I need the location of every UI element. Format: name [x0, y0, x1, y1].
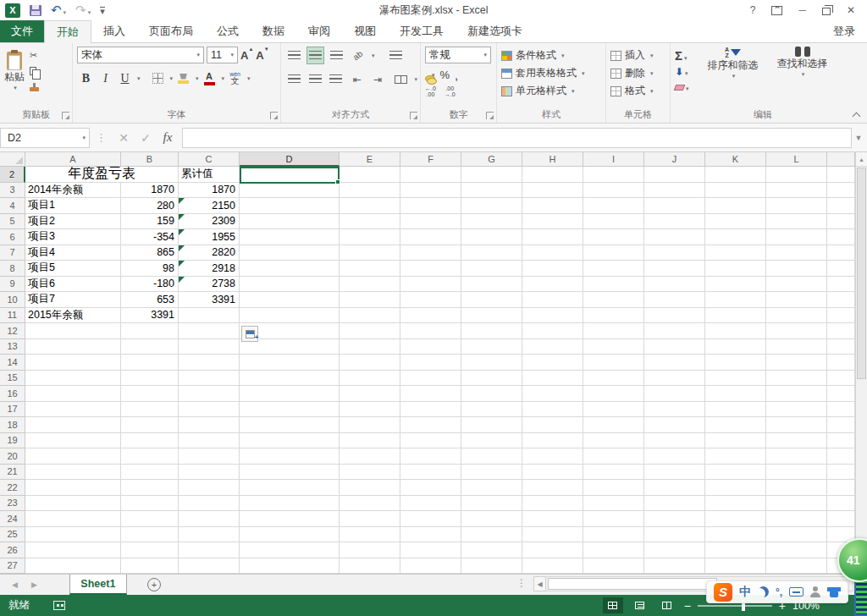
cell-M15[interactable]: [827, 371, 855, 387]
cell-I17[interactable]: [583, 402, 644, 418]
cell-J24[interactable]: [644, 511, 705, 527]
cell-J26[interactable]: [644, 542, 705, 558]
tab-审阅[interactable]: 审阅: [296, 20, 342, 42]
expand-formula-bar-icon[interactable]: ▼: [852, 134, 865, 142]
cell-M19[interactable]: [827, 433, 855, 449]
cell-C25[interactable]: [179, 527, 240, 543]
cell-A17[interactable]: [25, 402, 121, 418]
cell-D7[interactable]: [240, 245, 340, 261]
decrease-decimal-button[interactable]: .00→.0: [445, 85, 456, 97]
cell-B11[interactable]: 3391: [121, 308, 179, 324]
format-painter-button[interactable]: [30, 80, 47, 94]
cell-F18[interactable]: [400, 417, 461, 433]
formula-bar-splitter[interactable]: ⋮: [96, 131, 107, 144]
cell-L20[interactable]: [766, 448, 827, 465]
cell-L26[interactable]: [766, 542, 827, 558]
cell-K8[interactable]: [705, 261, 766, 277]
conditional-formatting-button[interactable]: 条件格式▾: [501, 47, 603, 64]
cell-M13[interactable]: [827, 339, 855, 355]
tab-页面布局[interactable]: 页面布局: [137, 20, 205, 42]
fill-button[interactable]: ⬇▾: [675, 66, 689, 78]
cell-G24[interactable]: [461, 511, 522, 527]
row-header-18[interactable]: 18: [0, 417, 25, 433]
cell-F4[interactable]: [400, 198, 461, 214]
cell-G3[interactable]: [461, 183, 522, 199]
cell-B22[interactable]: [121, 480, 179, 496]
cell-D4[interactable]: [240, 198, 340, 214]
cell-I12[interactable]: [583, 323, 644, 339]
cell-L14[interactable]: [766, 355, 827, 371]
cell-M2[interactable]: [827, 167, 855, 183]
copy-button[interactable]: [30, 64, 47, 78]
cell-G8[interactable]: [461, 261, 522, 277]
cell-B18[interactable]: [121, 417, 179, 433]
cell-L5[interactable]: [766, 214, 827, 230]
cell-M24[interactable]: [827, 511, 855, 527]
wrap-text-button[interactable]: [387, 47, 405, 64]
close-button[interactable]: ✕: [847, 4, 855, 16]
cell-D14[interactable]: [240, 355, 340, 371]
cell-D17[interactable]: [240, 402, 340, 418]
clear-button[interactable]: ▾: [675, 81, 689, 93]
row-header-14[interactable]: 14: [0, 355, 25, 371]
row-header-23[interactable]: 23: [0, 496, 25, 512]
cell-M3[interactable]: [827, 183, 855, 199]
cell-L23[interactable]: [766, 496, 827, 512]
cell-D5[interactable]: [240, 214, 340, 230]
cell-A20[interactable]: [25, 448, 121, 465]
cell-C6[interactable]: 1955: [179, 229, 240, 245]
cell-C14[interactable]: [179, 355, 240, 371]
cell-J13[interactable]: [644, 339, 705, 355]
cell-G18[interactable]: [461, 417, 522, 433]
cell-I16[interactable]: [583, 386, 644, 402]
cell-H5[interactable]: [522, 214, 583, 230]
cell-F8[interactable]: [400, 261, 461, 277]
cell-C15[interactable]: [179, 371, 240, 387]
cell-M22[interactable]: [827, 480, 855, 496]
cell-I8[interactable]: [583, 261, 644, 277]
cell-D23[interactable]: [240, 496, 340, 512]
cell-B24[interactable]: [121, 511, 179, 527]
cell-F23[interactable]: [400, 496, 461, 512]
cell-G23[interactable]: [461, 496, 522, 512]
cell-K27[interactable]: [705, 558, 766, 575]
cell-I24[interactable]: [583, 511, 644, 527]
cell-E26[interactable]: [340, 542, 400, 558]
cell-C2[interactable]: 累计值: [179, 167, 240, 183]
select-all-corner[interactable]: [0, 152, 25, 167]
cell-F27[interactable]: [400, 558, 461, 575]
cell-F5[interactable]: [400, 214, 461, 230]
cell-M5[interactable]: [827, 214, 855, 230]
cell-I9[interactable]: [583, 277, 644, 293]
cell-K24[interactable]: [705, 511, 766, 527]
cell-F20[interactable]: [400, 448, 461, 465]
column-header-C[interactable]: C: [179, 152, 240, 167]
cell-C19[interactable]: [179, 433, 240, 449]
sign-in-link[interactable]: 登录: [833, 20, 867, 42]
cell-G12[interactable]: [461, 323, 522, 339]
font-color-button[interactable]: A: [201, 69, 218, 87]
delete-cells-button[interactable]: 删除▾: [610, 64, 667, 82]
cell-K13[interactable]: [705, 339, 766, 355]
format-as-table-button[interactable]: 套用表格格式▾: [501, 64, 603, 82]
prev-sheet-icon[interactable]: ◀: [12, 580, 18, 589]
sheet-tab-sheet1[interactable]: Sheet1: [69, 575, 127, 595]
cell-A7[interactable]: 项目4: [25, 245, 121, 261]
cell-J27[interactable]: [644, 558, 705, 575]
column-header-partial[interactable]: [827, 152, 855, 167]
cell-E16[interactable]: [340, 386, 400, 402]
cell-E2[interactable]: [340, 167, 400, 183]
cell-L12[interactable]: [766, 323, 827, 339]
column-header-F[interactable]: F: [400, 152, 461, 167]
cell-C10[interactable]: 3391: [179, 292, 240, 308]
cell-I11[interactable]: [583, 308, 644, 324]
cell-H21[interactable]: [522, 465, 583, 481]
cell-F25[interactable]: [400, 527, 461, 543]
column-header-H[interactable]: H: [522, 152, 583, 167]
cell-J12[interactable]: [644, 323, 705, 339]
cell-A23[interactable]: [25, 496, 121, 512]
cell-C27[interactable]: [179, 558, 240, 575]
cell-G20[interactable]: [461, 448, 522, 465]
cell-A15[interactable]: [25, 371, 121, 387]
cell-I26[interactable]: [583, 542, 644, 558]
